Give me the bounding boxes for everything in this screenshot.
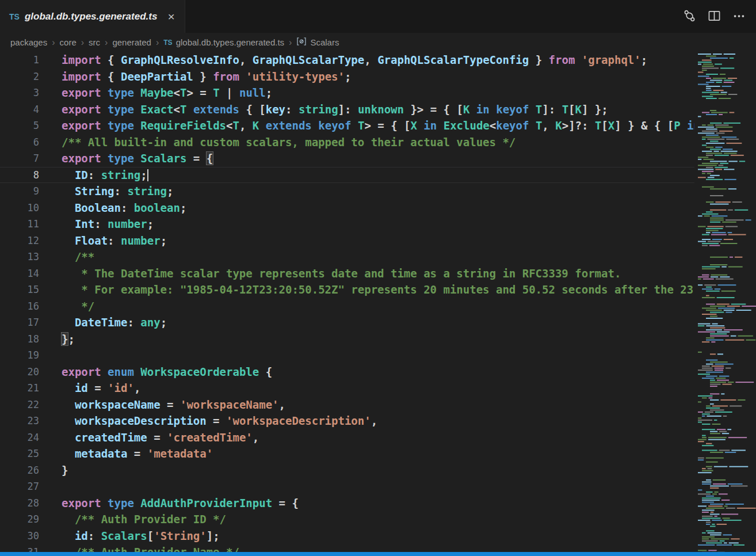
code-line[interactable]: 7export type Scalars = {: [0, 150, 694, 167]
tab-title: global.db.types.generated.ts: [25, 11, 160, 22]
line-number[interactable]: 16: [0, 298, 39, 315]
code-line[interactable]: 28export type AddAuthProviderInput = {: [0, 495, 694, 512]
chevron-right-icon: ›: [289, 37, 292, 48]
line-number[interactable]: 4: [0, 101, 39, 118]
breadcrumb-item-src[interactable]: src: [89, 37, 100, 47]
typescript-file-icon: TS: [9, 12, 20, 21]
editor: 1import { GraphQLResolveInfo, GraphQLSca…: [0, 52, 756, 556]
code-line[interactable]: 12 Float: number;: [0, 233, 694, 249]
line-number[interactable]: 6: [0, 134, 39, 151]
code-line[interactable]: 11 Int: number;: [0, 216, 694, 233]
split-editor-icon: [708, 9, 721, 24]
breadcrumb-item-file[interactable]: TS global.db.types.generated.ts: [163, 37, 284, 47]
editor-actions: [679, 0, 756, 33]
breadcrumb-symbol-label: Scalars: [310, 37, 339, 47]
line-number[interactable]: 25: [0, 445, 39, 462]
code-line[interactable]: 24 createdTime = 'createdTime',: [0, 429, 694, 446]
code-line[interactable]: 16 */: [0, 298, 694, 315]
line-number[interactable]: 14: [0, 265, 39, 282]
split-editor-button[interactable]: [704, 6, 724, 28]
code-line[interactable]: 22 workspaceName = 'workspaceName',: [0, 397, 694, 413]
close-icon[interactable]: ×: [165, 10, 177, 23]
code-line[interactable]: 27: [0, 478, 694, 495]
text-cursor: [147, 169, 148, 181]
code-line[interactable]: 4export type Exact<T extends { [key: str…: [0, 101, 694, 118]
code-line[interactable]: 20export enum WorkspaceOrderable {: [0, 364, 694, 380]
code-line[interactable]: 13 /**: [0, 249, 694, 265]
line-number[interactable]: 26: [0, 462, 39, 479]
line-number[interactable]: 15: [0, 281, 39, 298]
code-line[interactable]: 21 id = 'id',: [0, 380, 694, 397]
line-number[interactable]: 3: [0, 85, 39, 101]
line-number[interactable]: 1: [0, 52, 39, 68]
symbol-object-icon: [296, 36, 307, 48]
horizontal-scrollbar[interactable]: [0, 552, 756, 556]
line-number[interactable]: 2: [0, 68, 39, 85]
code-line[interactable]: 2import { DeepPartial } from 'utility-ty…: [0, 68, 694, 85]
code-line[interactable]: 25 metadata = 'metadata': [0, 445, 694, 462]
more-actions-button[interactable]: [729, 6, 749, 28]
chevron-right-icon: ›: [52, 37, 55, 48]
code-line[interactable]: 18};: [0, 331, 694, 348]
line-number[interactable]: 9: [0, 183, 39, 200]
line-number[interactable]: 24: [0, 429, 39, 446]
line-number[interactable]: 19: [0, 347, 39, 364]
line-number[interactable]: 28: [0, 495, 39, 512]
code-line[interactable]: 23 workspaceDescription = 'workspaceDesc…: [0, 413, 694, 429]
code-line[interactable]: 15 * For example: "1985-04-12T23:20:50.5…: [0, 281, 694, 298]
breadcrumb-item-symbol[interactable]: Scalars: [296, 36, 339, 48]
minimap-canvas: [696, 52, 756, 556]
open-changes-button[interactable]: [679, 6, 700, 28]
line-number[interactable]: 20: [0, 364, 39, 380]
line-number[interactable]: 27: [0, 478, 39, 495]
code-line[interactable]: 19: [0, 347, 694, 364]
line-number[interactable]: 18: [0, 331, 39, 348]
chevron-right-icon: ›: [105, 37, 108, 48]
more-actions-icon: [732, 9, 746, 24]
code-line[interactable]: 1import { GraphQLResolveInfo, GraphQLSca…: [0, 52, 694, 68]
chevron-right-icon: ›: [81, 37, 84, 48]
chevron-right-icon: ›: [156, 37, 159, 48]
line-number[interactable]: 11: [0, 216, 39, 233]
code-line[interactable]: 8 ID: string;: [0, 167, 694, 184]
tab-bar: TS global.db.types.generated.ts ×: [0, 0, 756, 33]
code-line[interactable]: 3export type Maybe<T> = T | null;: [0, 85, 694, 101]
code-area[interactable]: 1import { GraphQLResolveInfo, GraphQLSca…: [0, 52, 694, 556]
line-number[interactable]: 29: [0, 511, 39, 528]
line-number[interactable]: 17: [0, 314, 39, 331]
open-changes-icon: [683, 9, 696, 24]
code-line[interactable]: 26}: [0, 462, 694, 479]
editor-tab[interactable]: TS global.db.types.generated.ts ×: [0, 0, 185, 33]
code-line[interactable]: 17 DateTime: any;: [0, 314, 694, 331]
code-line[interactable]: 30 id: Scalars['String'];: [0, 528, 694, 544]
breadcrumb-item-core[interactable]: core: [60, 37, 77, 47]
line-number[interactable]: 21: [0, 380, 39, 397]
breadcrumb: packages › core › src › generated › TS g…: [0, 33, 756, 52]
breadcrumb-item-packages[interactable]: packages: [10, 37, 47, 47]
line-number[interactable]: 23: [0, 413, 39, 429]
minimap[interactable]: [696, 52, 756, 556]
code-line[interactable]: 14 * The DateTime scalar type represents…: [0, 265, 694, 282]
code-line[interactable]: 6/** All built-in and custom scalars, ma…: [0, 134, 694, 151]
line-number[interactable]: 22: [0, 397, 39, 413]
code-line[interactable]: 10 Boolean: boolean;: [0, 200, 694, 216]
line-number[interactable]: 10: [0, 200, 39, 216]
breadcrumb-file-label: global.db.types.generated.ts: [176, 37, 284, 47]
line-number[interactable]: 5: [0, 117, 39, 134]
line-number[interactable]: 13: [0, 249, 39, 265]
line-number[interactable]: 12: [0, 233, 39, 249]
breadcrumb-item-generated[interactable]: generated: [112, 37, 151, 47]
code-line[interactable]: 5export type RequireFields<T, K extends …: [0, 117, 694, 134]
line-number[interactable]: 7: [0, 150, 39, 167]
line-number[interactable]: 8: [0, 167, 39, 184]
code-line[interactable]: 9 String: string;: [0, 183, 694, 200]
line-number[interactable]: 30: [0, 528, 39, 544]
code-line[interactable]: 29 /** Auth Provider ID */: [0, 511, 694, 528]
typescript-file-icon: TS: [163, 39, 172, 47]
